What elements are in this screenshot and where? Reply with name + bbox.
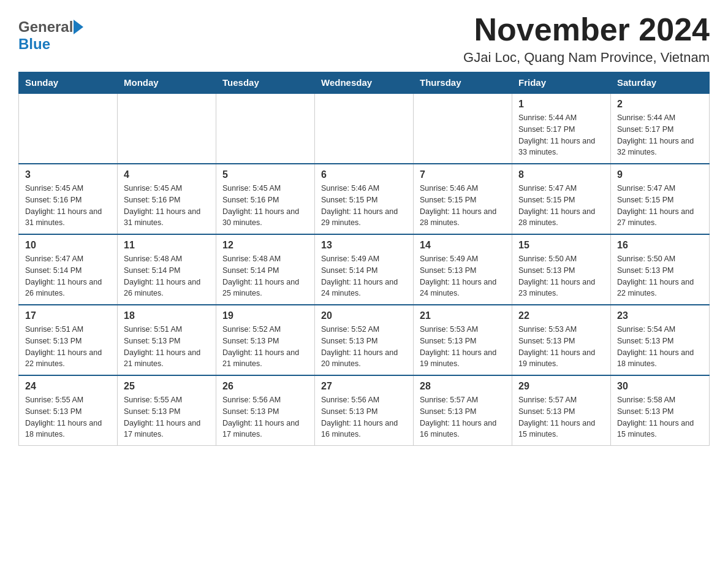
day-of-week-monday: Monday: [118, 72, 216, 94]
calendar-cell: 8Sunrise: 5:47 AMSunset: 5:15 PMDaylight…: [512, 164, 611, 234]
day-info: Sunrise: 5:49 AMSunset: 5:13 PMDaylight:…: [420, 253, 506, 299]
logo-blue-text: Blue: [18, 36, 50, 52]
day-info: Sunrise: 5:45 AMSunset: 5:16 PMDaylight:…: [222, 183, 308, 229]
day-number: 28: [420, 381, 506, 392]
day-info: Sunrise: 5:48 AMSunset: 5:14 PMDaylight:…: [222, 253, 308, 299]
title-block: November 2024 GJai Loc, Quang Nam Provin…: [463, 12, 710, 66]
day-of-week-tuesday: Tuesday: [216, 72, 315, 94]
day-info: Sunrise: 5:47 AMSunset: 5:15 PMDaylight:…: [617, 183, 703, 229]
day-number: 2: [617, 99, 703, 110]
calendar-cell: 6Sunrise: 5:46 AMSunset: 5:15 PMDaylight…: [315, 164, 414, 234]
day-number: 22: [518, 310, 604, 321]
day-info: Sunrise: 5:50 AMSunset: 5:13 PMDaylight:…: [617, 253, 703, 299]
day-info: Sunrise: 5:46 AMSunset: 5:15 PMDaylight:…: [321, 183, 407, 229]
week-row-4: 17Sunrise: 5:51 AMSunset: 5:13 PMDayligh…: [19, 305, 710, 375]
day-info: Sunrise: 5:55 AMSunset: 5:13 PMDaylight:…: [25, 394, 111, 440]
day-number: 11: [124, 240, 210, 251]
day-info: Sunrise: 5:45 AMSunset: 5:16 PMDaylight:…: [124, 183, 210, 229]
calendar-cell: 2Sunrise: 5:44 AMSunset: 5:17 PMDaylight…: [611, 93, 710, 164]
day-info: Sunrise: 5:48 AMSunset: 5:14 PMDaylight:…: [124, 253, 210, 299]
day-number: 8: [518, 169, 604, 180]
calendar-cell: 5Sunrise: 5:45 AMSunset: 5:16 PMDaylight…: [216, 164, 315, 234]
page-header: General Blue November 2024 GJai Loc, Qua…: [18, 12, 710, 66]
calendar-cell: 25Sunrise: 5:55 AMSunset: 5:13 PMDayligh…: [118, 375, 216, 446]
day-number: 1: [518, 99, 604, 110]
calendar-cell: 17Sunrise: 5:51 AMSunset: 5:13 PMDayligh…: [19, 305, 118, 375]
days-of-week-row: SundayMondayTuesdayWednesdayThursdayFrid…: [19, 72, 710, 94]
day-info: Sunrise: 5:52 AMSunset: 5:13 PMDaylight:…: [321, 324, 407, 370]
day-number: 5: [222, 169, 308, 180]
calendar-cell: 23Sunrise: 5:54 AMSunset: 5:13 PMDayligh…: [611, 305, 710, 375]
calendar-cell: [315, 93, 414, 164]
calendar-cell: 1Sunrise: 5:44 AMSunset: 5:17 PMDaylight…: [512, 93, 611, 164]
day-number: 4: [124, 169, 210, 180]
week-row-5: 24Sunrise: 5:55 AMSunset: 5:13 PMDayligh…: [19, 375, 710, 446]
calendar-cell: 27Sunrise: 5:56 AMSunset: 5:13 PMDayligh…: [315, 375, 414, 446]
calendar-cell: 30Sunrise: 5:58 AMSunset: 5:13 PMDayligh…: [611, 375, 710, 446]
day-number: 19: [222, 310, 308, 321]
day-info: Sunrise: 5:57 AMSunset: 5:13 PMDaylight:…: [518, 394, 604, 440]
day-number: 10: [25, 240, 111, 251]
calendar-cell: 3Sunrise: 5:45 AMSunset: 5:16 PMDaylight…: [19, 164, 118, 234]
subtitle: GJai Loc, Quang Nam Province, Vietnam: [463, 50, 710, 66]
day-info: Sunrise: 5:51 AMSunset: 5:13 PMDaylight:…: [124, 324, 210, 370]
day-info: Sunrise: 5:53 AMSunset: 5:13 PMDaylight:…: [518, 324, 604, 370]
calendar-table: SundayMondayTuesdayWednesdayThursdayFrid…: [18, 72, 710, 446]
day-info: Sunrise: 5:49 AMSunset: 5:14 PMDaylight:…: [321, 253, 407, 299]
day-number: 15: [518, 240, 604, 251]
calendar-cell: 7Sunrise: 5:46 AMSunset: 5:15 PMDaylight…: [414, 164, 512, 234]
day-number: 21: [420, 310, 506, 321]
day-number: 24: [25, 381, 111, 392]
day-number: 16: [617, 240, 703, 251]
day-info: Sunrise: 5:47 AMSunset: 5:15 PMDaylight:…: [518, 183, 604, 229]
day-info: Sunrise: 5:53 AMSunset: 5:13 PMDaylight:…: [420, 324, 506, 370]
day-info: Sunrise: 5:52 AMSunset: 5:13 PMDaylight:…: [222, 324, 308, 370]
day-number: 30: [617, 381, 703, 392]
day-number: 12: [222, 240, 308, 251]
day-of-week-sunday: Sunday: [19, 72, 118, 94]
main-title: November 2024: [463, 12, 710, 47]
day-number: 13: [321, 240, 407, 251]
logo: General Blue: [18, 18, 84, 53]
calendar-cell: 4Sunrise: 5:45 AMSunset: 5:16 PMDaylight…: [118, 164, 216, 234]
day-of-week-wednesday: Wednesday: [315, 72, 414, 94]
calendar-cell: 13Sunrise: 5:49 AMSunset: 5:14 PMDayligh…: [315, 234, 414, 305]
calendar-cell: 16Sunrise: 5:50 AMSunset: 5:13 PMDayligh…: [611, 234, 710, 305]
calendar-cell: 21Sunrise: 5:53 AMSunset: 5:13 PMDayligh…: [414, 305, 512, 375]
day-number: 9: [617, 169, 703, 180]
day-number: 6: [321, 169, 407, 180]
day-of-week-saturday: Saturday: [611, 72, 710, 94]
day-number: 14: [420, 240, 506, 251]
day-info: Sunrise: 5:51 AMSunset: 5:13 PMDaylight:…: [25, 324, 111, 370]
day-of-week-friday: Friday: [512, 72, 611, 94]
calendar-cell: 10Sunrise: 5:47 AMSunset: 5:14 PMDayligh…: [19, 234, 118, 305]
calendar-cell: [414, 93, 512, 164]
logo-general-text: General: [18, 18, 73, 36]
week-row-1: 1Sunrise: 5:44 AMSunset: 5:17 PMDaylight…: [19, 93, 710, 164]
week-row-2: 3Sunrise: 5:45 AMSunset: 5:16 PMDaylight…: [19, 164, 710, 234]
day-number: 18: [124, 310, 210, 321]
day-number: 17: [25, 310, 111, 321]
day-info: Sunrise: 5:44 AMSunset: 5:17 PMDaylight:…: [518, 112, 604, 158]
calendar-cell: 28Sunrise: 5:57 AMSunset: 5:13 PMDayligh…: [414, 375, 512, 446]
day-number: 29: [518, 381, 604, 392]
calendar-cell: 15Sunrise: 5:50 AMSunset: 5:13 PMDayligh…: [512, 234, 611, 305]
calendar-cell: 26Sunrise: 5:56 AMSunset: 5:13 PMDayligh…: [216, 375, 315, 446]
calendar-cell: 24Sunrise: 5:55 AMSunset: 5:13 PMDayligh…: [19, 375, 118, 446]
day-info: Sunrise: 5:54 AMSunset: 5:13 PMDaylight:…: [617, 324, 703, 370]
day-number: 3: [25, 169, 111, 180]
day-info: Sunrise: 5:44 AMSunset: 5:17 PMDaylight:…: [617, 112, 703, 158]
week-row-3: 10Sunrise: 5:47 AMSunset: 5:14 PMDayligh…: [19, 234, 710, 305]
calendar-cell: 18Sunrise: 5:51 AMSunset: 5:13 PMDayligh…: [118, 305, 216, 375]
day-info: Sunrise: 5:46 AMSunset: 5:15 PMDaylight:…: [420, 183, 506, 229]
day-info: Sunrise: 5:47 AMSunset: 5:14 PMDaylight:…: [25, 253, 111, 299]
calendar-body: 1Sunrise: 5:44 AMSunset: 5:17 PMDaylight…: [19, 93, 710, 446]
day-number: 20: [321, 310, 407, 321]
day-info: Sunrise: 5:57 AMSunset: 5:13 PMDaylight:…: [420, 394, 506, 440]
day-number: 26: [222, 381, 308, 392]
calendar-cell: 9Sunrise: 5:47 AMSunset: 5:15 PMDaylight…: [611, 164, 710, 234]
day-of-week-thursday: Thursday: [414, 72, 512, 94]
calendar-cell: 11Sunrise: 5:48 AMSunset: 5:14 PMDayligh…: [118, 234, 216, 305]
calendar-header: SundayMondayTuesdayWednesdayThursdayFrid…: [19, 72, 710, 94]
calendar-cell: [19, 93, 118, 164]
